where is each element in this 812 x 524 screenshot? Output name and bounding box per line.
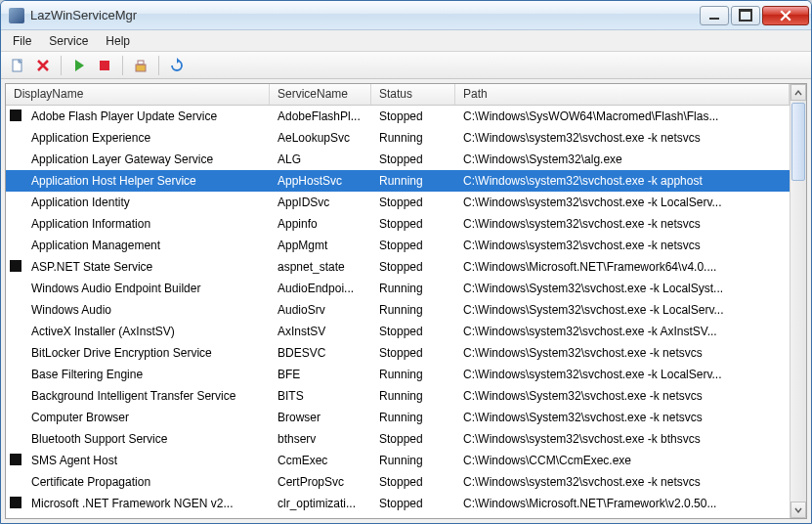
stop-button[interactable] xyxy=(94,55,115,76)
col-header-displayname[interactable]: DisplayName xyxy=(6,84,270,105)
service-icon xyxy=(10,109,21,121)
service-icon xyxy=(10,497,21,508)
cell-status: Running xyxy=(371,389,455,403)
cell-servicename: AxInstSV xyxy=(270,325,371,338)
scroll-down-button[interactable] xyxy=(791,502,806,518)
row-icon xyxy=(6,454,23,468)
cell-displayname: Application Information xyxy=(23,217,270,231)
cell-path: C:\Windows\system32\svchost.exe -k netsv… xyxy=(455,217,790,231)
delete-button[interactable] xyxy=(32,55,54,76)
cell-status: Stopped xyxy=(371,432,455,446)
play-icon xyxy=(71,58,87,73)
close-button[interactable] xyxy=(762,6,809,25)
cell-status: Stopped xyxy=(371,196,455,209)
refresh-button[interactable] xyxy=(166,55,188,76)
menu-file[interactable]: File xyxy=(5,32,39,50)
cell-path: C:\Windows\System32\svchost.exe -k Local… xyxy=(455,282,790,295)
svg-rect-2 xyxy=(136,65,146,71)
table-row[interactable]: Adobe Flash Player Update ServiceAdobeFl… xyxy=(6,106,790,127)
table-row[interactable]: Base Filtering EngineBFERunningC:\Window… xyxy=(6,364,790,385)
table-row[interactable]: Certificate PropagationCertPropSvcStoppe… xyxy=(6,471,790,493)
table-row[interactable]: Application ManagementAppMgmtStoppedC:\W… xyxy=(6,235,790,256)
grid-header: DisplayName ServiceName Status Path xyxy=(6,84,790,106)
new-button[interactable] xyxy=(7,55,28,76)
properties-button[interactable] xyxy=(130,55,151,76)
cell-status: Stopped xyxy=(371,346,455,360)
cell-status: Running xyxy=(371,454,455,467)
cell-status: Stopped xyxy=(371,475,455,489)
table-row[interactable]: Application ExperienceAeLookupSvcRunning… xyxy=(6,127,790,149)
cell-displayname: Bluetooth Support Service xyxy=(23,432,270,446)
table-row[interactable]: Application Host Helper ServiceAppHostSv… xyxy=(6,170,790,192)
table-row[interactable]: ASP.NET State Serviceaspnet_stateStopped… xyxy=(6,256,790,278)
cell-displayname: Windows Audio xyxy=(23,303,270,317)
cell-displayname: Application Identity xyxy=(23,196,270,209)
cell-displayname: Certificate Propagation xyxy=(23,475,270,489)
cell-servicename: BFE xyxy=(270,368,371,381)
toolbar-separator xyxy=(158,56,159,75)
cell-servicename: BDESVC xyxy=(270,346,371,360)
service-icon xyxy=(10,260,21,272)
menu-service[interactable]: Service xyxy=(41,32,96,50)
table-row[interactable]: Bluetooth Support ServicebthservStoppedC… xyxy=(6,428,790,450)
table-row[interactable]: Computer BrowserBrowserRunningC:\Windows… xyxy=(6,407,790,428)
table-row[interactable]: Microsoft .NET Framework NGEN v2...clr_o… xyxy=(6,493,790,514)
menu-help[interactable]: Help xyxy=(98,32,138,50)
table-row[interactable]: SMS Agent HostCcmExecRunningC:\Windows\C… xyxy=(6,450,790,471)
cell-servicename: CcmExec xyxy=(270,454,371,467)
toolbar xyxy=(1,52,811,79)
x-icon xyxy=(35,58,51,73)
col-header-status[interactable]: Status xyxy=(371,84,455,105)
window-title: LazWinServiceMgr xyxy=(30,8,700,22)
cell-servicename: aspnet_state xyxy=(270,260,371,274)
table-row[interactable]: Windows Audio Endpoint BuilderAudioEndpo… xyxy=(6,278,790,299)
table-row[interactable]: BitLocker Drive Encryption ServiceBDESVC… xyxy=(6,342,790,364)
table-row[interactable]: Microsoft .NET Framework NGEN v2...clr_o… xyxy=(6,514,790,518)
cell-path: C:\Windows\Microsoft.NET\Framework\v2.0.… xyxy=(455,497,790,510)
scroll-up-button[interactable] xyxy=(791,84,806,101)
maximize-button[interactable] xyxy=(731,6,760,25)
svg-rect-1 xyxy=(100,61,109,70)
cell-servicename: AeLookupSvc xyxy=(270,131,371,145)
table-row[interactable]: ActiveX Installer (AxInstSV)AxInstSVStop… xyxy=(6,321,790,342)
app-icon xyxy=(9,8,24,23)
table-row[interactable]: Application IdentityAppIDSvcStoppedC:\Wi… xyxy=(6,192,790,213)
cell-path: C:\Windows\system32\svchost.exe -k Local… xyxy=(455,196,790,209)
cell-displayname: Microsoft .NET Framework NGEN v2... xyxy=(23,497,270,510)
cell-path: C:\Windows\System32\svchost.exe -k netsv… xyxy=(455,346,790,360)
toolbar-separator xyxy=(61,56,62,75)
grid-body[interactable]: Adobe Flash Player Update ServiceAdobeFl… xyxy=(6,106,790,518)
minimize-button[interactable] xyxy=(700,6,729,25)
refresh-icon xyxy=(169,58,185,73)
cell-path: C:\Windows\system32\svchost.exe -k AxIns… xyxy=(455,325,790,338)
cell-servicename: ALG xyxy=(270,153,371,166)
chevron-down-icon xyxy=(794,506,802,514)
cell-status: Stopped xyxy=(371,153,455,166)
col-header-servicename[interactable]: ServiceName xyxy=(270,84,371,105)
cell-displayname: Computer Browser xyxy=(23,411,270,424)
cell-path: C:\Windows\Microsoft.NET\Framework64\v4.… xyxy=(455,260,790,274)
cell-displayname: ActiveX Installer (AxInstSV) xyxy=(23,325,270,338)
col-header-path[interactable]: Path xyxy=(455,84,790,105)
table-row[interactable]: Application Layer Gateway ServiceALGStop… xyxy=(6,149,790,170)
cell-status: Running xyxy=(371,174,455,188)
cell-status: Running xyxy=(371,303,455,317)
cell-status: Stopped xyxy=(371,109,455,123)
scroll-thumb[interactable] xyxy=(791,103,805,181)
vertical-scrollbar[interactable] xyxy=(790,84,806,518)
start-button[interactable] xyxy=(68,55,90,76)
table-row[interactable]: Background Intelligent Transfer ServiceB… xyxy=(6,385,790,407)
cell-displayname: BitLocker Drive Encryption Service xyxy=(23,346,270,360)
table-row[interactable]: Application InformationAppinfoStoppedC:\… xyxy=(6,213,790,235)
cell-displayname: Base Filtering Engine xyxy=(23,368,270,381)
cell-status: Stopped xyxy=(371,497,455,510)
titlebar[interactable]: LazWinServiceMgr xyxy=(1,1,811,30)
cell-displayname: Application Layer Gateway Service xyxy=(23,153,270,166)
table-row[interactable]: Windows AudioAudioSrvRunningC:\Windows\S… xyxy=(6,299,790,321)
scroll-track[interactable] xyxy=(791,101,806,502)
cell-servicename: Browser xyxy=(270,411,371,424)
toolbar-separator xyxy=(122,56,123,75)
cell-servicename: BITS xyxy=(270,389,371,403)
cell-path: C:\Windows\system32\svchost.exe -k appho… xyxy=(455,174,790,188)
cell-path: C:\Windows\System32\svchost.exe -k netsv… xyxy=(455,411,790,424)
